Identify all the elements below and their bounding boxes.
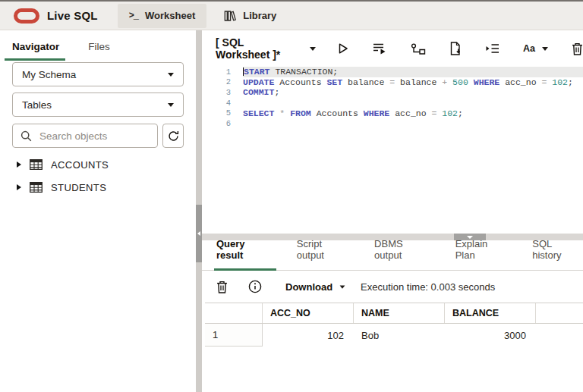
trash-icon[interactable]	[216, 281, 228, 293]
livesql-app: Live SQL >_ Worksheet Library Navigator …	[0, 0, 583, 392]
font-size-control[interactable]: Aa	[523, 43, 548, 54]
table-icon	[30, 159, 43, 170]
code-token: =	[541, 77, 547, 87]
tab-script-output[interactable]: Script output	[297, 238, 351, 270]
table-cell	[536, 324, 583, 347]
tab-explain-plan[interactable]: Explain Plan	[455, 238, 510, 270]
code-token: balance	[395, 77, 442, 87]
tree-item-students[interactable]: STUDENTS	[0, 176, 196, 199]
tree-item-label: ACCOUNTS	[51, 159, 109, 171]
trash-icon[interactable]	[572, 42, 583, 55]
app-title: Live SQL	[47, 9, 98, 22]
code-token: FROM	[290, 108, 311, 118]
code-line[interactable]: 6	[202, 118, 583, 129]
code-text	[243, 118, 583, 129]
worksheet-toolbar: [ SQL Worksheet ]*	[202, 30, 583, 67]
library-icon	[224, 10, 236, 22]
tab-navigator[interactable]: Navigator	[12, 41, 59, 52]
tab-sql-history[interactable]: SQL history	[532, 238, 583, 270]
worksheet-title[interactable]: [ SQL Worksheet ]*	[216, 36, 299, 61]
code-line[interactable]: 2UPDATE Accounts SET balance = balance +…	[202, 77, 583, 88]
tab-dbms-output[interactable]: DBMS output	[374, 238, 433, 270]
table-cell: 1	[205, 324, 263, 347]
chevron-right-icon[interactable]	[17, 184, 21, 190]
column-header-acc-no: ACC_NO	[263, 303, 354, 323]
code-text: COMMIT;	[243, 87, 583, 98]
line-number: 3	[202, 88, 243, 97]
indent-icon[interactable]	[485, 43, 499, 54]
refresh-button[interactable]	[162, 124, 184, 148]
code-token: balance	[342, 77, 389, 87]
home-link[interactable]: Live SQL	[14, 8, 98, 24]
caret-down-icon	[542, 47, 548, 51]
vertical-splitter[interactable]	[196, 30, 202, 392]
code-token: START	[244, 67, 270, 77]
code-token: *	[274, 108, 290, 118]
code-token: TRANSACTION;	[270, 67, 339, 77]
run-script-icon[interactable]	[373, 42, 387, 55]
execution-time: Execution time: 0.003 seconds	[361, 281, 495, 293]
object-tree: ACCOUNTSSTUDENTS	[0, 153, 196, 199]
schema-select[interactable]: My Schema	[12, 62, 184, 86]
code-area[interactable]: 1START TRANSACTION;2UPDATE Accounts SET …	[202, 67, 583, 234]
search-box	[12, 124, 158, 148]
code-token: Accounts	[274, 77, 326, 87]
worksheet-actions: Aa	[337, 42, 583, 55]
code-text: UPDATE Accounts SET balance = balance + …	[243, 77, 583, 88]
info-icon[interactable]	[248, 280, 262, 293]
code-token: SELECT	[243, 108, 274, 118]
line-number: 5	[202, 108, 243, 118]
tab-files[interactable]: Files	[88, 41, 110, 52]
navigator-sidebar: Navigator Files My Schema Tables ACCOUNT…	[0, 30, 196, 392]
caret-down-icon[interactable]	[310, 47, 316, 51]
explain-plan-icon[interactable]	[411, 43, 426, 55]
table-row[interactable]: 1102Bob3000	[205, 324, 583, 347]
code-token: =	[389, 77, 395, 87]
caret-down-icon	[168, 103, 174, 107]
caret-down-icon	[168, 73, 174, 77]
top-bar: Live SQL >_ Worksheet Library	[0, 0, 583, 30]
code-text: SELECT * FROM Accounts WHERE acc_no = 10…	[243, 108, 583, 118]
vertical-splitter-handle[interactable]	[196, 205, 202, 262]
line-number: 6	[202, 119, 243, 128]
font-size-icon: Aa	[523, 43, 535, 54]
tab-query-result[interactable]: Query result	[216, 238, 274, 270]
code-token: 102	[436, 108, 458, 118]
code-token: 500	[447, 77, 474, 87]
sidebar-tabs: Navigator Files	[0, 30, 196, 62]
search-icon	[20, 130, 32, 142]
table-header-row: ACC_NONAMEBALANCE	[205, 303, 583, 324]
search-input[interactable]	[38, 130, 150, 143]
code-token: WHERE	[364, 108, 390, 118]
tab-library[interactable]: Library	[213, 4, 288, 28]
code-token: ;	[274, 87, 279, 97]
oracle-logo-icon	[14, 8, 39, 24]
worksheet-panel: [ SQL Worksheet ]*	[202, 30, 583, 392]
download-button[interactable]: Download	[285, 281, 332, 293]
run-icon[interactable]	[337, 42, 349, 55]
object-type-select[interactable]: Tables	[12, 93, 184, 117]
code-token: =	[432, 108, 437, 118]
download-script-icon[interactable]	[449, 42, 462, 55]
caret-down-icon[interactable]	[340, 285, 345, 288]
tree-item-accounts[interactable]: ACCOUNTS	[0, 153, 196, 176]
code-token: WHERE	[474, 77, 500, 87]
code-line[interactable]: 4	[202, 98, 583, 108]
object-type-select-value: Tables	[22, 99, 52, 111]
code-token: ;	[458, 108, 463, 118]
table-icon	[30, 182, 43, 193]
tab-library-label: Library	[243, 10, 276, 21]
column-header-balance: BALANCE	[445, 303, 536, 323]
code-text	[243, 98, 583, 108]
active-tab-underline	[5, 58, 65, 61]
code-token: UPDATE	[243, 77, 274, 87]
tab-worksheet[interactable]: >_ Worksheet	[118, 4, 207, 28]
code-line[interactable]: 1START TRANSACTION;	[202, 67, 583, 77]
chevron-right-icon[interactable]	[17, 162, 21, 168]
results-tabs: Query resultScript outputDBMS outputExpl…	[202, 240, 583, 271]
collapse-left-icon	[197, 231, 200, 236]
code-line[interactable]: 5SELECT * FROM Accounts WHERE acc_no = 1…	[202, 108, 583, 118]
query-result-table: ACC_NONAMEBALANCE1102Bob3000	[205, 303, 583, 347]
code-line[interactable]: 3COMMIT;	[202, 87, 583, 98]
column-header	[205, 303, 263, 323]
